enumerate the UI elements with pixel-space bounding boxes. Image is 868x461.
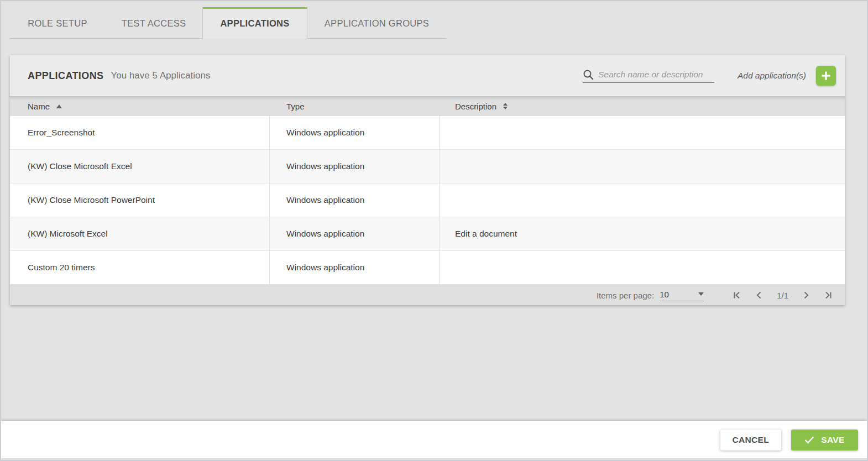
page-indicator: 1/1 — [777, 291, 788, 300]
cell-description: Edit a document — [440, 217, 845, 250]
action-bar: CANCEL SAVE — [1, 421, 867, 458]
tab-application-groups[interactable]: APPLICATION GROUPS — [307, 7, 446, 39]
tab-applications[interactable]: APPLICATIONS — [202, 7, 307, 39]
table-body: Error_Screenshot Windows application (KW… — [10, 116, 845, 285]
column-header-name[interactable]: Name — [10, 96, 270, 116]
cell-description — [440, 184, 845, 217]
items-per-page-select[interactable]: 10 — [660, 290, 704, 301]
cell-description — [440, 116, 845, 149]
panel-subtitle: You have 5 Applications — [111, 70, 210, 81]
cell-name: (KW) Close Microsoft PowerPoint — [10, 184, 270, 217]
tab-label: TEST ACCESS — [122, 18, 186, 29]
save-button-label: SAVE — [821, 435, 844, 445]
tab-label: APPLICATIONS — [220, 18, 289, 29]
chevron-down-icon — [698, 292, 704, 296]
chevron-right-icon — [802, 291, 811, 300]
cell-type: Windows application — [270, 184, 440, 217]
column-header-description[interactable]: Description — [440, 96, 845, 116]
column-header-type: Type — [270, 96, 440, 116]
items-per-page-value: 10 — [660, 290, 669, 299]
search-box — [583, 69, 714, 83]
cancel-button[interactable]: CANCEL — [720, 429, 781, 450]
table-header-row: Name Type Description — [10, 96, 845, 116]
cell-description — [440, 251, 845, 284]
sort-ascending-icon — [56, 104, 62, 108]
cell-type: Windows application — [270, 150, 440, 183]
cell-description — [440, 150, 845, 183]
add-applications-label: Add application(s) — [738, 71, 806, 81]
tab-bar: ROLE SETUP TEST ACCESS APPLICATIONS APPL… — [10, 7, 446, 39]
cell-type: Windows application — [270, 217, 440, 250]
tab-test-access[interactable]: TEST ACCESS — [105, 7, 202, 39]
first-page-icon — [733, 291, 741, 300]
plus-icon — [820, 70, 832, 81]
table-pagination-bar: Items per page: 10 1/1 — [10, 285, 845, 305]
cell-name: Error_Screenshot — [10, 116, 270, 149]
panel-title: APPLICATIONS — [28, 70, 103, 82]
cell-type: Windows application — [270, 116, 440, 149]
add-applications-button[interactable] — [816, 66, 836, 86]
table-row[interactable]: (KW) Close Microsoft PowerPoint Windows … — [10, 184, 845, 217]
tab-label: APPLICATION GROUPS — [325, 18, 429, 29]
last-page-icon — [824, 291, 833, 300]
panel-header-actions: Add application(s) — [583, 66, 836, 86]
search-input[interactable] — [598, 70, 714, 80]
column-label: Type — [286, 102, 305, 111]
panel-header: APPLICATIONS You have 5 Applications Add… — [10, 55, 845, 96]
cell-name: (KW) Close Microsoft Excel — [10, 150, 270, 183]
last-page-button[interactable] — [824, 291, 833, 300]
checkmark-icon — [804, 436, 814, 444]
items-per-page-label: Items per page: — [597, 291, 654, 300]
cell-name: Custom 20 timers — [10, 251, 270, 284]
table-row[interactable]: (KW) Microsoft Excel Windows application… — [10, 217, 845, 251]
chevron-left-icon — [755, 291, 764, 300]
role-editor-page: { "tabs": [ { "label": "ROLE SETUP", "ac… — [0, 0, 868, 461]
column-label: Description — [455, 102, 496, 111]
next-page-button[interactable] — [802, 291, 811, 300]
column-label: Name — [28, 102, 50, 111]
applications-panel: APPLICATIONS You have 5 Applications Add… — [10, 55, 845, 305]
cell-name: (KW) Microsoft Excel — [10, 217, 270, 250]
table-row[interactable]: Error_Screenshot Windows application — [10, 116, 845, 150]
cell-type: Windows application — [270, 251, 440, 284]
table-row[interactable]: Custom 20 timers Windows application — [10, 251, 845, 285]
tab-label: ROLE SETUP — [28, 18, 87, 29]
save-button[interactable]: SAVE — [791, 429, 858, 450]
search-icon — [583, 69, 594, 80]
table-row[interactable]: (KW) Close Microsoft Excel Windows appli… — [10, 150, 845, 184]
previous-page-button[interactable] — [755, 291, 764, 300]
sort-both-icon — [503, 103, 508, 109]
tab-role-setup[interactable]: ROLE SETUP — [10, 7, 105, 39]
first-page-button[interactable] — [733, 291, 741, 300]
